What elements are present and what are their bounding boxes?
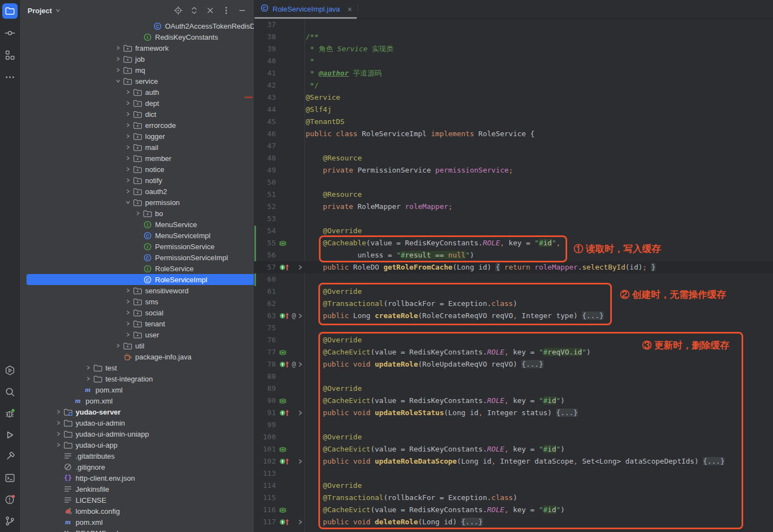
overrides-gutter-icon[interactable] <box>279 518 291 526</box>
tree-item-license[interactable]: LICENSE <box>20 495 254 506</box>
chevron-right-icon[interactable] <box>84 374 93 383</box>
expand-all-icon[interactable] <box>189 6 199 15</box>
line-number[interactable]: 48 <box>254 152 276 164</box>
tree-item-mail[interactable]: mail <box>20 142 254 153</box>
tree-item-pom-xml[interactable]: mpom.xml <box>20 384 254 395</box>
chevron-right-icon[interactable] <box>114 44 122 52</box>
code-line[interactable]: 60 <box>254 273 773 286</box>
tree-item-notify[interactable]: notify <box>20 175 254 186</box>
chevron-down-icon[interactable] <box>114 77 122 85</box>
line-number[interactable]: 100 <box>254 431 276 443</box>
fold-chevron-icon[interactable] <box>297 358 303 370</box>
tree-item-pom-xml[interactable]: mpom.xml <box>20 517 254 528</box>
tree-item-test-integration[interactable]: test-integration <box>20 373 254 384</box>
code-line[interactable]: 88 <box>254 370 773 383</box>
tree-item-permissionservice[interactable]: IPermissionService <box>20 241 254 252</box>
code-line[interactable]: 48 @Resource <box>254 152 773 164</box>
tree-item-readme-md[interactable]: M↓README.md <box>20 528 254 532</box>
tree-item--gitignore[interactable]: .gitignore <box>20 461 254 472</box>
code-line[interactable]: 39 * 角色 Service 实现类 <box>254 43 773 55</box>
chevron-right-icon[interactable] <box>54 429 63 438</box>
line-number[interactable]: 117 <box>254 516 276 528</box>
fold-chevron-icon[interactable] <box>297 261 303 273</box>
line-number[interactable]: 47 <box>254 140 276 152</box>
tree-item-pom-xml[interactable]: mpom.xml <box>20 395 254 406</box>
debug-icon[interactable] <box>2 406 18 421</box>
code-line[interactable]: 54 @Override <box>254 225 773 237</box>
tree-item-user[interactable]: user <box>20 329 254 340</box>
project-panel-title[interactable]: Project <box>28 7 52 15</box>
cacheable-gutter-icon[interactable] <box>279 507 286 514</box>
code-line[interactable]: 56 unless = "#result == null") <box>254 249 773 261</box>
chevron-right-icon[interactable] <box>54 440 63 449</box>
chevron-right-icon[interactable] <box>124 110 132 119</box>
tree-item-oauth2[interactable]: oauth2 <box>20 186 254 197</box>
chevron-right-icon[interactable] <box>114 341 122 350</box>
chevron-right-icon[interactable] <box>124 176 132 185</box>
problems-icon[interactable] <box>2 492 18 507</box>
code-line[interactable]: 63@ public Long createRole(RoleCreateReq… <box>254 310 773 322</box>
tree-item-framework[interactable]: framework <box>20 42 254 53</box>
code-line[interactable]: 114 @Override <box>254 480 773 492</box>
tree-item-mq[interactable]: mq <box>20 65 254 76</box>
tree-item-yudao-ui-admin[interactable]: yudao-ui-admin <box>20 417 254 428</box>
line-number[interactable]: 55 <box>254 237 276 249</box>
fold-chevron-icon[interactable] <box>297 310 303 322</box>
tree-item-logger[interactable]: logger <box>20 131 254 142</box>
code-line[interactable]: 46public class RoleServiceImpl implement… <box>254 128 773 140</box>
tree-item-yudao-server[interactable]: yudao-server <box>20 406 254 417</box>
tree-item-service[interactable]: service <box>20 76 254 87</box>
line-number[interactable]: 49 <box>254 164 276 176</box>
code-line[interactable]: 43@Service <box>254 92 773 104</box>
hide-icon[interactable] <box>237 6 247 15</box>
overrides-gutter-icon[interactable] <box>279 361 291 368</box>
project-folder-icon[interactable] <box>2 3 18 19</box>
code-line[interactable]: 40 * <box>254 55 773 67</box>
chevron-right-icon[interactable] <box>124 286 132 295</box>
line-number[interactable]: 90 <box>254 395 276 407</box>
line-number[interactable]: 91 <box>254 407 276 419</box>
chevron-right-icon[interactable] <box>124 154 132 163</box>
line-number[interactable]: 41 <box>254 67 276 79</box>
line-number[interactable]: 88 <box>254 370 276 383</box>
commit-icon[interactable] <box>2 25 18 41</box>
locate-icon[interactable] <box>173 6 183 15</box>
line-number[interactable]: 116 <box>254 504 276 516</box>
line-number[interactable]: 115 <box>254 492 276 504</box>
tree-item-roleservice[interactable]: IRoleService <box>20 263 254 274</box>
code-line[interactable]: 75 <box>254 322 773 334</box>
chevron-right-icon[interactable] <box>124 297 132 306</box>
code-line[interactable]: 117 public void deleteRole(Long id) {...… <box>254 516 773 528</box>
tree-item-test[interactable]: test <box>20 362 254 373</box>
code-line[interactable]: 50 <box>254 176 773 189</box>
code-line[interactable]: 78@ public void updateRole(RoleUpdateReq… <box>254 358 773 370</box>
chevron-right-icon[interactable] <box>124 330 132 339</box>
tree-item-sensitiveword[interactable]: sensitiveword <box>20 285 254 296</box>
line-number[interactable]: 43 <box>254 92 276 104</box>
code-line[interactable]: 116 @CacheEvict(value = RedisKeyConstant… <box>254 504 773 516</box>
tree-item-menuserviceimpl[interactable]: CMenuServiceImpl <box>20 230 254 241</box>
code-line[interactable]: 102 public void updateRoleDataScope(Long… <box>254 455 773 467</box>
tree-item-dept[interactable]: dept <box>20 98 254 109</box>
code-line[interactable]: 52 private RoleMapper roleMapper; <box>254 201 773 213</box>
chevron-right-icon[interactable] <box>124 187 132 196</box>
line-number[interactable]: 60 <box>254 273 276 286</box>
line-number[interactable]: 53 <box>254 213 276 225</box>
tree-item-permissionserviceimpl[interactable]: CPermissionServiceImpl <box>20 252 254 263</box>
line-number[interactable]: 51 <box>254 189 276 201</box>
line-number[interactable]: 50 <box>254 176 276 189</box>
line-number[interactable]: 37 <box>254 19 276 31</box>
chevron-right-icon[interactable] <box>124 88 132 96</box>
code-line[interactable]: 90 @CacheEvict(value = RedisKeyConstants… <box>254 395 773 407</box>
overrides-gutter-icon[interactable] <box>279 264 291 271</box>
code-line[interactable]: 45@TenantDS <box>254 116 773 128</box>
line-number[interactable]: 63 <box>254 310 276 322</box>
code-line[interactable]: 47 <box>254 140 773 152</box>
overrides-gutter-icon[interactable] <box>279 458 291 465</box>
tree-item-roleserviceimpl[interactable]: CRoleServiceImpl <box>20 274 254 285</box>
tree-item-rediskeyconstants[interactable]: IRedisKeyConstants <box>20 31 254 42</box>
tree-item-auth[interactable]: auth <box>20 87 254 98</box>
chevron-right-icon[interactable] <box>54 407 63 416</box>
code-line[interactable]: 101 @CacheEvict(value = RedisKeyConstant… <box>254 443 773 455</box>
chevron-right-icon[interactable] <box>124 121 132 130</box>
